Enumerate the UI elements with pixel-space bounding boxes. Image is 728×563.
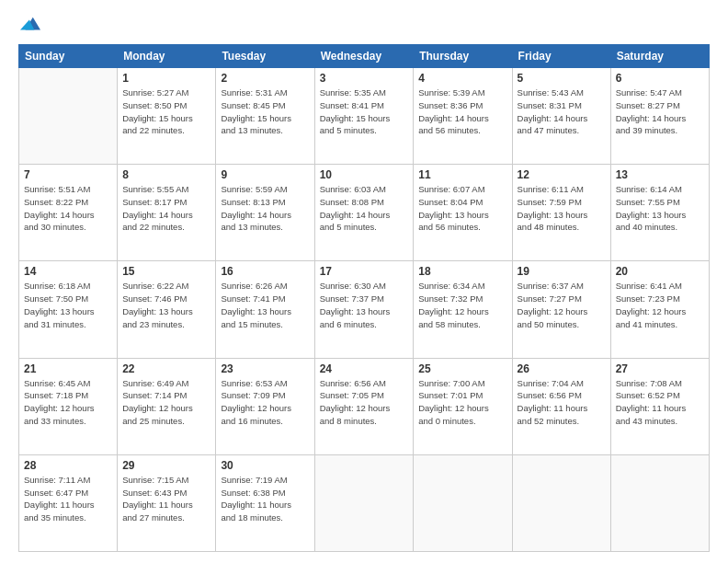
day-number: 26 xyxy=(518,362,606,375)
weekday-header-tuesday: Tuesday xyxy=(216,45,314,68)
day-cell: 30Sunrise: 7:19 AMSunset: 6:38 PMDayligh… xyxy=(216,454,314,551)
logo xyxy=(18,15,40,35)
day-cell: 11Sunrise: 6:07 AMSunset: 8:04 PMDayligh… xyxy=(414,165,512,261)
day-info: Sunrise: 5:39 AMSunset: 8:36 PMDaylight:… xyxy=(418,86,506,137)
day-number: 11 xyxy=(418,168,506,181)
day-number: 21 xyxy=(24,362,112,375)
day-cell: 12Sunrise: 6:11 AMSunset: 7:59 PMDayligh… xyxy=(512,165,610,261)
day-info: Sunrise: 5:43 AMSunset: 8:31 PMDaylight:… xyxy=(518,86,606,137)
day-cell: 18Sunrise: 6:34 AMSunset: 7:32 PMDayligh… xyxy=(414,261,512,358)
weekday-header-friday: Friday xyxy=(512,45,610,68)
day-number: 18 xyxy=(418,265,506,278)
day-info: Sunrise: 6:56 AMSunset: 7:05 PMDaylight:… xyxy=(320,377,409,428)
day-cell: 21Sunrise: 6:45 AMSunset: 7:18 PMDayligh… xyxy=(19,358,118,454)
day-cell xyxy=(610,454,709,551)
day-cell: 7Sunrise: 5:51 AMSunset: 8:22 PMDaylight… xyxy=(19,165,118,261)
day-number: 9 xyxy=(221,168,309,181)
day-info: Sunrise: 6:07 AMSunset: 8:04 PMDaylight:… xyxy=(418,183,506,234)
day-number: 24 xyxy=(320,362,409,375)
calendar-table: SundayMondayTuesdayWednesdayThursdayFrid… xyxy=(18,44,710,552)
day-info: Sunrise: 7:00 AMSunset: 7:01 PMDaylight:… xyxy=(418,377,506,428)
day-number: 8 xyxy=(122,168,210,181)
day-number: 13 xyxy=(616,168,704,181)
day-cell: 14Sunrise: 6:18 AMSunset: 7:50 PMDayligh… xyxy=(19,261,118,358)
week-row-5: 28Sunrise: 7:11 AMSunset: 6:47 PMDayligh… xyxy=(19,454,710,551)
day-info: Sunrise: 6:30 AMSunset: 7:37 PMDaylight:… xyxy=(320,280,409,330)
day-number: 4 xyxy=(418,72,506,85)
weekday-header-wednesday: Wednesday xyxy=(314,45,414,68)
day-number: 16 xyxy=(221,265,309,278)
weekday-header-sunday: Sunday xyxy=(19,45,118,68)
day-cell: 25Sunrise: 7:00 AMSunset: 7:01 PMDayligh… xyxy=(414,358,512,454)
day-info: Sunrise: 6:11 AMSunset: 7:59 PMDaylight:… xyxy=(518,183,606,234)
day-number: 22 xyxy=(122,362,210,375)
day-cell: 15Sunrise: 6:22 AMSunset: 7:46 PMDayligh… xyxy=(118,261,216,358)
day-cell: 4Sunrise: 5:39 AMSunset: 8:36 PMDaylight… xyxy=(414,68,512,165)
day-cell: 22Sunrise: 6:49 AMSunset: 7:14 PMDayligh… xyxy=(118,358,216,454)
week-row-2: 7Sunrise: 5:51 AMSunset: 8:22 PMDaylight… xyxy=(19,165,710,261)
day-cell: 23Sunrise: 6:53 AMSunset: 7:09 PMDayligh… xyxy=(216,358,314,454)
day-info: Sunrise: 7:08 AMSunset: 6:52 PMDaylight:… xyxy=(616,377,704,428)
day-number: 30 xyxy=(221,459,309,472)
day-cell: 29Sunrise: 7:15 AMSunset: 6:43 PMDayligh… xyxy=(118,454,216,551)
day-number: 6 xyxy=(616,72,704,85)
day-number: 19 xyxy=(518,265,606,278)
week-row-3: 14Sunrise: 6:18 AMSunset: 7:50 PMDayligh… xyxy=(19,261,710,358)
day-cell: 5Sunrise: 5:43 AMSunset: 8:31 PMDaylight… xyxy=(512,68,610,165)
day-cell: 8Sunrise: 5:55 AMSunset: 8:17 PMDaylight… xyxy=(118,165,216,261)
day-cell: 17Sunrise: 6:30 AMSunset: 7:37 PMDayligh… xyxy=(314,261,414,358)
day-cell: 24Sunrise: 6:56 AMSunset: 7:05 PMDayligh… xyxy=(314,358,414,454)
day-number: 25 xyxy=(418,362,506,375)
day-number: 15 xyxy=(122,265,210,278)
day-number: 1 xyxy=(122,72,210,85)
day-cell: 19Sunrise: 6:37 AMSunset: 7:27 PMDayligh… xyxy=(512,261,610,358)
day-info: Sunrise: 6:45 AMSunset: 7:18 PMDaylight:… xyxy=(24,377,112,428)
week-row-4: 21Sunrise: 6:45 AMSunset: 7:18 PMDayligh… xyxy=(19,358,710,454)
day-cell: 6Sunrise: 5:47 AMSunset: 8:27 PMDaylight… xyxy=(610,68,709,165)
day-number: 10 xyxy=(320,168,409,181)
day-cell: 9Sunrise: 5:59 AMSunset: 8:13 PMDaylight… xyxy=(216,165,314,261)
day-info: Sunrise: 6:22 AMSunset: 7:46 PMDaylight:… xyxy=(122,280,210,330)
day-info: Sunrise: 6:49 AMSunset: 7:14 PMDaylight:… xyxy=(122,377,210,428)
day-info: Sunrise: 6:18 AMSunset: 7:50 PMDaylight:… xyxy=(24,280,112,330)
day-number: 2 xyxy=(221,72,309,85)
day-info: Sunrise: 6:53 AMSunset: 7:09 PMDaylight:… xyxy=(221,377,309,428)
weekday-header-thursday: Thursday xyxy=(414,45,512,68)
day-info: Sunrise: 7:11 AMSunset: 6:47 PMDaylight:… xyxy=(24,474,112,524)
day-number: 7 xyxy=(24,168,112,181)
day-cell: 16Sunrise: 6:26 AMSunset: 7:41 PMDayligh… xyxy=(216,261,314,358)
page-header xyxy=(18,15,710,35)
day-number: 28 xyxy=(24,459,112,472)
day-cell: 27Sunrise: 7:08 AMSunset: 6:52 PMDayligh… xyxy=(610,358,709,454)
logo-icon xyxy=(20,15,40,35)
day-info: Sunrise: 6:14 AMSunset: 7:55 PMDaylight:… xyxy=(616,183,704,234)
day-cell: 3Sunrise: 5:35 AMSunset: 8:41 PMDaylight… xyxy=(314,68,414,165)
weekday-header-saturday: Saturday xyxy=(610,45,709,68)
day-cell: 10Sunrise: 6:03 AMSunset: 8:08 PMDayligh… xyxy=(314,165,414,261)
weekday-header-monday: Monday xyxy=(118,45,216,68)
day-number: 23 xyxy=(221,362,309,375)
day-cell: 26Sunrise: 7:04 AMSunset: 6:56 PMDayligh… xyxy=(512,358,610,454)
day-info: Sunrise: 6:37 AMSunset: 7:27 PMDaylight:… xyxy=(518,280,606,330)
day-info: Sunrise: 7:19 AMSunset: 6:38 PMDaylight:… xyxy=(221,474,309,524)
day-number: 5 xyxy=(518,72,606,85)
day-info: Sunrise: 5:59 AMSunset: 8:13 PMDaylight:… xyxy=(221,183,309,234)
day-info: Sunrise: 5:35 AMSunset: 8:41 PMDaylight:… xyxy=(320,86,409,137)
day-cell: 20Sunrise: 6:41 AMSunset: 7:23 PMDayligh… xyxy=(610,261,709,358)
day-info: Sunrise: 7:04 AMSunset: 6:56 PMDaylight:… xyxy=(518,377,606,428)
day-cell: 13Sunrise: 6:14 AMSunset: 7:55 PMDayligh… xyxy=(610,165,709,261)
day-info: Sunrise: 6:34 AMSunset: 7:32 PMDaylight:… xyxy=(418,280,506,330)
day-cell xyxy=(314,454,414,551)
day-cell: 28Sunrise: 7:11 AMSunset: 6:47 PMDayligh… xyxy=(19,454,118,551)
day-info: Sunrise: 5:51 AMSunset: 8:22 PMDaylight:… xyxy=(24,183,112,234)
day-number: 27 xyxy=(616,362,704,375)
day-info: Sunrise: 5:27 AMSunset: 8:50 PMDaylight:… xyxy=(122,86,210,137)
day-info: Sunrise: 6:26 AMSunset: 7:41 PMDaylight:… xyxy=(221,280,309,330)
day-info: Sunrise: 6:03 AMSunset: 8:08 PMDaylight:… xyxy=(320,183,409,234)
day-number: 29 xyxy=(122,459,210,472)
day-number: 17 xyxy=(320,265,409,278)
day-number: 12 xyxy=(518,168,606,181)
day-number: 3 xyxy=(320,72,409,85)
day-info: Sunrise: 6:41 AMSunset: 7:23 PMDaylight:… xyxy=(616,280,704,330)
day-info: Sunrise: 5:47 AMSunset: 8:27 PMDaylight:… xyxy=(616,86,704,137)
